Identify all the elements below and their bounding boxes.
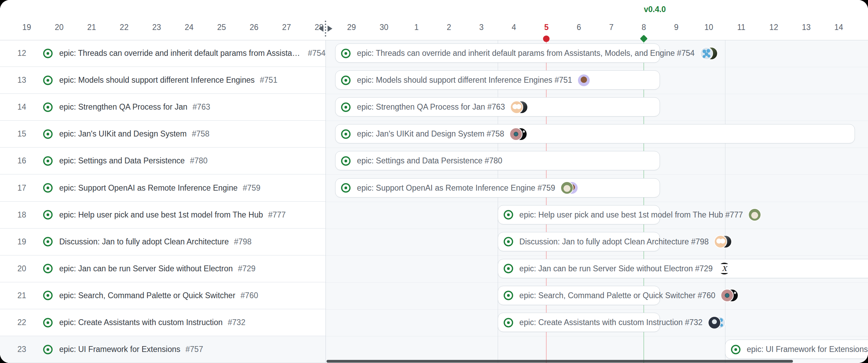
issue-title-link[interactable]: epic: UI Framework for Extensions <box>59 345 180 354</box>
row-number: 15 <box>0 129 26 139</box>
roadmap-table-pane: 12 epic: Threads can override and inheri… <box>0 40 326 363</box>
date-label: 7 <box>609 23 613 32</box>
open-issue-icon <box>43 183 53 193</box>
date-label: 26 <box>250 23 259 32</box>
identicon-avatar[interactable] <box>700 47 713 60</box>
issue-title-link[interactable]: epic: Threads can override and inherit d… <box>59 49 303 58</box>
issue-title-link[interactable]: epic: Strengthen QA Process for Jan <box>59 102 187 112</box>
date-label: 2 <box>447 23 451 32</box>
date-label: 10 <box>704 23 713 32</box>
timeline-bar[interactable] <box>725 340 868 359</box>
table-row[interactable]: 18 epic: Help user pick and use best 1st… <box>0 202 326 229</box>
identicon-avatar[interactable] <box>713 316 726 329</box>
assignee-avatar-stack <box>721 289 738 302</box>
issue-number: #732 <box>228 318 245 327</box>
cat-suit-avatar[interactable] <box>708 316 721 329</box>
user-photo-avatar[interactable] <box>705 47 718 60</box>
assignee-avatar-stack <box>714 235 732 248</box>
issue-title-link[interactable]: epic: Settings and Data Persistence <box>59 156 185 165</box>
date-label: 8 <box>642 23 646 32</box>
assignee-avatar-stack <box>748 208 761 221</box>
timeline-bar[interactable] <box>335 70 660 90</box>
issue-title-link[interactable]: epic: Jan's UIKit and Design System <box>59 129 187 139</box>
table-row[interactable]: 20 epic: Jan can be run Server Side with… <box>0 255 326 282</box>
date-label: 11 <box>737 23 745 32</box>
issue-title-link[interactable]: Discussion: Jan to fully adopt Clean Arc… <box>59 237 229 246</box>
table-row[interactable]: 21 epic: Search, Command Palette or Quic… <box>0 282 326 309</box>
dark-avatar[interactable] <box>725 289 738 302</box>
row-number: 16 <box>0 156 26 165</box>
resize-dotted-line-icon <box>325 21 326 37</box>
open-issue-icon <box>43 102 53 112</box>
open-issue-icon <box>43 236 53 247</box>
issue-title-link[interactable]: epic: Search, Command Palette or Quick S… <box>59 291 235 300</box>
eye-art-avatar[interactable] <box>721 289 734 302</box>
issue-number: #754 <box>308 49 326 58</box>
timeline-bar[interactable] <box>498 232 660 251</box>
date-label: 14 <box>834 23 843 32</box>
row-number: 23 <box>0 345 26 354</box>
timeline-bar[interactable] <box>498 205 660 224</box>
open-issue-icon <box>43 290 53 301</box>
row-number: 21 <box>0 291 26 300</box>
open-issue-icon <box>43 263 53 274</box>
issue-number: #759 <box>243 183 260 193</box>
date-label: 13 <box>802 23 811 32</box>
timeline-bar[interactable] <box>498 286 660 305</box>
timeline-bar[interactable] <box>335 151 660 170</box>
date-label: 9 <box>674 23 679 32</box>
issue-number: #780 <box>190 156 207 165</box>
issue-title-link[interactable]: epic: Support OpenAI as Remote Inference… <box>59 183 238 193</box>
date-label: 21 <box>87 23 96 32</box>
timeline-bar[interactable] <box>335 178 660 198</box>
issue-number: #777 <box>268 210 286 220</box>
timeline-bar[interactable] <box>335 124 855 143</box>
table-row[interactable]: 22 epic: Create Assistants with custom I… <box>0 309 326 336</box>
table-row[interactable]: 16 epic: Settings and Data Persistence#7… <box>0 148 326 174</box>
date-label: 27 <box>282 23 291 32</box>
issue-title-link[interactable]: epic: Help user pick and use best 1st mo… <box>59 210 263 220</box>
issue-number: #751 <box>260 75 277 85</box>
row-number: 18 <box>0 210 26 220</box>
row-number: 22 <box>0 318 26 327</box>
timeline-bar[interactable] <box>498 313 660 332</box>
table-row[interactable]: 14 epic: Strengthen QA Process for Jan#7… <box>0 94 326 121</box>
cat-photo-avatar[interactable] <box>748 208 761 221</box>
horizontal-scrollbar-thumb[interactable] <box>327 360 793 363</box>
column-resize-cursor-icon[interactable] <box>319 21 332 37</box>
issue-title-link[interactable]: epic: Create Assistants with custom Inst… <box>59 318 223 327</box>
timeline-date-header: v0.4.0 192021222324252627282930123456789… <box>0 0 868 40</box>
date-label: 19 <box>22 23 31 32</box>
date-label: 12 <box>769 23 778 32</box>
row-number: 19 <box>0 237 26 246</box>
table-row[interactable]: 19 Discussion: Jan to fully adopt Clean … <box>0 229 326 255</box>
open-issue-icon <box>43 344 53 355</box>
table-row[interactable]: 13 epic: Models should support different… <box>0 67 326 94</box>
date-label: 22 <box>120 23 129 32</box>
timeline-bar[interactable] <box>335 97 660 117</box>
table-row[interactable]: 15 epic: Jan's UIKit and Design System#7… <box>0 121 326 148</box>
open-issue-icon <box>43 317 53 328</box>
date-label: 20 <box>55 23 64 32</box>
date-label: 30 <box>380 23 389 32</box>
table-row[interactable]: 23 epic: UI Framework for Extensions#757 <box>0 336 326 363</box>
date-label: 6 <box>577 23 581 32</box>
row-number: 12 <box>0 49 26 58</box>
issue-title-link[interactable]: epic: Models should support different In… <box>59 75 255 85</box>
open-issue-icon <box>43 156 53 166</box>
timeline-bar[interactable] <box>335 43 660 63</box>
row-number: 17 <box>0 183 26 193</box>
table-row[interactable]: 17 epic: Support OpenAI as Remote Infere… <box>0 175 326 202</box>
issue-title-link[interactable]: epic: Jan can be run Server Side without… <box>59 264 233 273</box>
milestone-label: v0.4.0 <box>644 5 666 14</box>
table-row[interactable]: 12 epic: Threads can override and inheri… <box>0 40 326 67</box>
timeline-bar[interactable] <box>498 259 868 278</box>
issue-number: #757 <box>186 345 203 354</box>
open-issue-icon <box>43 129 53 139</box>
issue-number: #763 <box>193 102 210 112</box>
date-label: 3 <box>479 23 484 32</box>
resize-arrow-left-icon <box>319 26 323 32</box>
row-number: 14 <box>0 102 26 112</box>
open-issue-icon <box>43 75 53 85</box>
row-number: 20 <box>0 264 26 273</box>
